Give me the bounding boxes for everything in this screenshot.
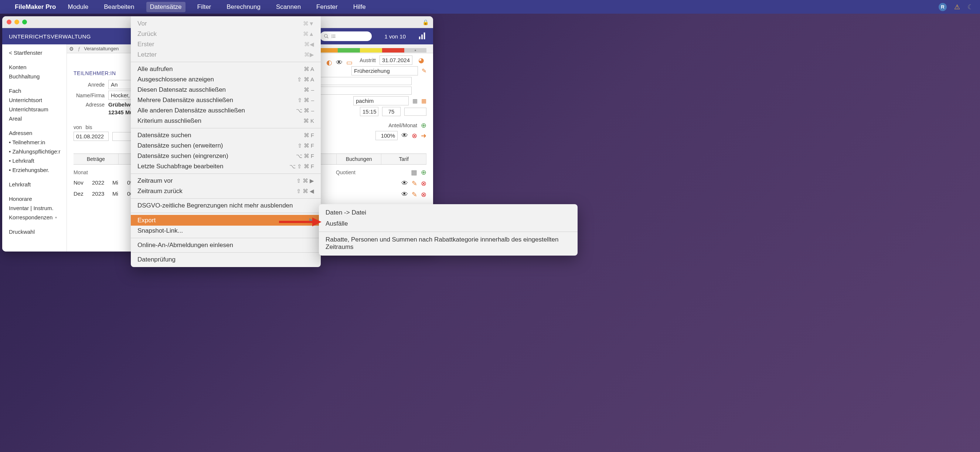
eye-icon[interactable]: 👁 [401, 132, 408, 139]
gear-icon[interactable]: ⚙ [69, 46, 74, 52]
clock-icon[interactable]: ◕ [416, 56, 426, 64]
menu-item-datens-tze-suchen-erweitern-[interactable]: Datensätze suchen (erweitern)⇧ ⌘ F [131, 141, 321, 151]
menu-item-diesen-datensatz-ausschlie-en[interactable]: Diesen Datensatz ausschließen⌘ – [131, 85, 321, 95]
sidebar-erziehung[interactable]: • Erziehungsber. [9, 165, 67, 174]
menu-item-ausgeschlossene-anzeigen[interactable]: Ausgeschlossene anzeigen⇧ ⌘ A [131, 74, 321, 85]
maximize-button[interactable] [22, 19, 27, 24]
grid-icon[interactable]: ▦ [412, 97, 418, 104]
field-empty2[interactable] [316, 86, 412, 95]
submenu-rabatte[interactable]: Rabatte, Personen und Summen nach Rabatt… [319, 234, 578, 252]
field-von[interactable]: 01.08.2022 [73, 132, 109, 141]
cell-month: Dez [73, 190, 88, 199]
field-fruh[interactable]: Früherziehung [352, 66, 418, 75]
field-teacher[interactable]: pachim [353, 96, 409, 105]
menu-item-zeitraum-zur-ck[interactable]: Zeitraum zurück⇧ ⌘ ◀ [131, 186, 321, 196]
sidebar-inventar[interactable]: Inventar | Instrum. [9, 203, 67, 213]
export-submenu: Daten -> Datei Ausfälle Rabatte, Persone… [319, 204, 578, 256]
menu-berechnung[interactable]: Berechnung [223, 2, 264, 12]
edit-icon[interactable]: ✎ [412, 190, 417, 199]
detail-icon[interactable]: ▦ [411, 168, 417, 176]
edit-icon[interactable]: ✎ [412, 179, 417, 187]
shortcut: ⇧ ⌘ F [298, 142, 315, 149]
search-input[interactable] [320, 32, 372, 41]
svg-point-6 [331, 36, 332, 37]
menu-filter[interactable]: Filter [194, 2, 215, 12]
menu-module[interactable]: Module [64, 2, 92, 12]
menu-bearbeiten[interactable]: Bearbeiten [100, 2, 138, 12]
sidebar-adressen[interactable]: Adressen [9, 128, 67, 137]
eye-icon[interactable]: 👁 [401, 190, 408, 199]
app-name[interactable]: FileMaker Pro [15, 3, 56, 11]
menu-item-dsgvo-zeitliche-begrenzungen-nicht-mehr-ausblenden[interactable]: DSGVO-zeitliche Begrenzungen nicht mehr … [131, 200, 321, 211]
menu-item-alle-aufrufen[interactable]: Alle aufrufen⌘ A [131, 64, 321, 74]
close-button[interactable] [6, 19, 11, 24]
sidebar-konten[interactable]: Konten [9, 62, 67, 72]
menu-scannen[interactable]: Scannen [272, 2, 304, 12]
sidebar-druckwahl[interactable]: Druckwahl [9, 227, 67, 236]
status-icon-1[interactable]: R [939, 3, 947, 11]
menu-item-datens-tze-suchen[interactable]: Datensätze suchen⌘ F [131, 130, 321, 141]
sidebar-unterrichtsort[interactable]: Unterrichtsort [9, 96, 67, 105]
field-dur[interactable]: 75 [382, 107, 401, 116]
tab-tarif[interactable]: Tarif [381, 154, 426, 164]
field-time[interactable]: 15:15 [360, 107, 379, 116]
page-title: UNTERRICHTSVERWALTUNG [9, 33, 91, 40]
menu-item-alle-anderen-datens-tze-ausschlie-en[interactable]: Alle anderen Datensätze ausschließen⌥ ⌘ … [131, 105, 321, 116]
sidebar-lehrkraft2[interactable]: Lehrkraft [9, 180, 67, 189]
menu-item-datens-tze-suchen-eingrenzen-[interactable]: Datensätze suchen (eingrenzen)⌥ ⌘ F [131, 151, 321, 161]
arrow-icon[interactable]: ➜ [421, 132, 426, 140]
sidebar-areal[interactable]: Areal [9, 114, 67, 123]
menu-item-zeitraum-vor[interactable]: Zeitraum vor⇧ ⌘ ▶ [131, 176, 321, 186]
menu-fenster[interactable]: Fenster [313, 2, 342, 12]
svg-rect-9 [421, 34, 423, 39]
sidebar-lehrkraft[interactable]: • Lehrkraft [9, 156, 67, 165]
tab-betraege[interactable]: Beträge [73, 154, 119, 164]
search-icon [324, 34, 329, 39]
dot-icon: ● [55, 215, 57, 219]
sidebar-buchhaltung[interactable]: Buchhaltung [9, 72, 67, 81]
sidebar-korrespondenzen[interactable]: Korrespondenzen● [9, 213, 67, 222]
submenu-daten-datei[interactable]: Daten -> Datei [319, 207, 578, 218]
tab-veranstaltungen[interactable]: Veranstaltungen [84, 46, 119, 51]
sidebar-unterrichtsraum[interactable]: Unterrichtsraum [9, 105, 67, 114]
cell-year: 2023 [92, 190, 109, 199]
label-bis: bis [86, 124, 115, 130]
menu-item-kriterium-ausschlie-en[interactable]: Kriterium ausschließen⌘ K [131, 116, 321, 126]
add-icon[interactable]: ⊕ [421, 121, 426, 129]
field-anrede[interactable]: An [108, 80, 134, 89]
svg-point-5 [331, 35, 332, 35]
delete-icon[interactable]: ⊗ [412, 132, 417, 140]
calendar-icon[interactable]: ▦ [421, 97, 426, 104]
sidebar-startfenster[interactable]: < Startfenster [9, 48, 67, 57]
moon-icon[interactable]: ☾ [967, 3, 974, 11]
list-icon [331, 34, 336, 39]
shortcut: ⌘ A [304, 66, 314, 72]
menu-item-letzte-suchabfrage-bearbeiten[interactable]: Letzte Suchabfrage bearbeiten⌥ ⇧ ⌘ F [131, 161, 321, 172]
tab-buchungen[interactable]: Buchungen [337, 154, 382, 164]
minimize-button[interactable] [14, 19, 19, 24]
delete-icon[interactable]: ⊗ [421, 179, 426, 187]
shortcut: ⌘▼ [303, 20, 314, 27]
eye-icon[interactable]: 👁 [401, 179, 408, 187]
add-icon[interactable]: ⊕ [421, 168, 426, 176]
menu-item-mehrere-datens-tze-ausschlie-en[interactable]: Mehrere Datensätze ausschließen⇧ ⌘ – [131, 95, 321, 105]
label-austritt: Austritt [360, 57, 376, 63]
sidebar-zahlungs[interactable]: • Zahlungspflichtige:r [9, 147, 67, 156]
delete-icon[interactable]: ⊗ [421, 190, 426, 199]
sidebar-korresp-label: Korrespondenzen [9, 214, 52, 220]
menu-item-online-an-abmeldungen-einlesen[interactable]: Online-An-/Abmeldungen einlesen [131, 240, 321, 251]
menu-item-datenpr-fung[interactable]: Datenprüfung [131, 254, 321, 265]
field-empty1[interactable] [316, 77, 412, 85]
sidebar-teilnehmer[interactable]: • Teilnehmer:in [9, 137, 67, 147]
edit-icon[interactable]: ✎ [422, 67, 426, 74]
sidebar-honorare[interactable]: Honorare [9, 194, 67, 203]
field-austritt[interactable]: 31.07.2024 [380, 56, 412, 65]
sidebar-fach[interactable]: Fach [9, 86, 67, 96]
menu-datensaetze[interactable]: Datensätze [146, 2, 186, 12]
menu-hilfe[interactable]: Hilfe [350, 2, 369, 12]
field-extra[interactable] [404, 108, 426, 116]
status-icon-2[interactable]: ⚠ [954, 3, 960, 11]
field-anteil[interactable]: 100% [375, 131, 398, 140]
submenu-ausfaelle[interactable]: Ausfälle [319, 218, 578, 229]
chart-icon[interactable] [418, 32, 426, 41]
